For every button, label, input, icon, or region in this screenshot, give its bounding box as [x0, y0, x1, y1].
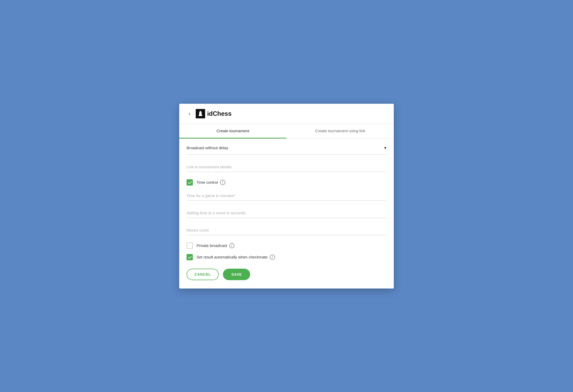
form-body: Broadcast without delay ▾ Time control i	[179, 139, 394, 289]
actions-row: CANCEL SAVE	[187, 269, 386, 280]
adding-time-group	[187, 208, 386, 218]
link-to-tournament-input[interactable]	[187, 162, 386, 172]
time-for-game-input[interactable]	[187, 191, 386, 201]
header: ‹ idChess	[179, 104, 394, 124]
private-broadcast-info-icon[interactable]: i	[229, 243, 234, 248]
modal-container: ‹ idChess Create tournament Create tourn…	[179, 104, 394, 289]
back-icon: ‹	[189, 111, 190, 117]
logo-icon	[196, 109, 205, 118]
logo: idChess	[196, 109, 232, 118]
set-result-label: Set result automatically when checkmate …	[196, 255, 275, 260]
back-button[interactable]: ‹	[187, 109, 193, 118]
svg-rect-1	[199, 112, 202, 113]
adding-time-input[interactable]	[187, 208, 386, 218]
cancel-button[interactable]: CANCEL	[187, 269, 219, 280]
time-for-game-group	[187, 191, 386, 201]
set-result-info-icon[interactable]: i	[270, 255, 275, 260]
broadcast-dropdown-label: Broadcast without delay	[187, 146, 228, 150]
save-button[interactable]: SAVE	[223, 269, 250, 280]
tabs-container: Create tournament Create tournament usin…	[179, 124, 394, 139]
broadcast-dropdown-group: Broadcast without delay ▾	[187, 145, 386, 155]
time-control-checkbox[interactable]	[187, 179, 193, 186]
svg-rect-0	[200, 111, 201, 112]
moves-count-group	[187, 225, 386, 235]
time-control-label: Time control i	[196, 180, 225, 185]
set-result-row: Set result automatically when checkmate …	[187, 254, 386, 260]
set-result-checkbox[interactable]	[187, 254, 193, 260]
time-control-info-icon[interactable]: i	[220, 180, 225, 185]
time-control-row: Time control i	[187, 179, 386, 186]
logo-text: idChess	[207, 110, 232, 117]
tab-create-tournament-link[interactable]: Create tournament using link	[286, 124, 394, 139]
private-broadcast-row: Private broadcast i	[187, 243, 386, 249]
svg-rect-2	[199, 115, 202, 116]
broadcast-dropdown[interactable]: Broadcast without delay ▾	[187, 145, 386, 155]
chevron-down-icon: ▾	[384, 145, 386, 151]
chess-piece-icon	[197, 111, 204, 117]
private-broadcast-checkbox[interactable]	[187, 243, 193, 249]
private-broadcast-label: Private broadcast i	[196, 243, 234, 248]
moves-count-input[interactable]	[187, 225, 386, 235]
tab-create-tournament[interactable]: Create tournament	[179, 124, 286, 139]
link-field-group	[187, 162, 386, 172]
